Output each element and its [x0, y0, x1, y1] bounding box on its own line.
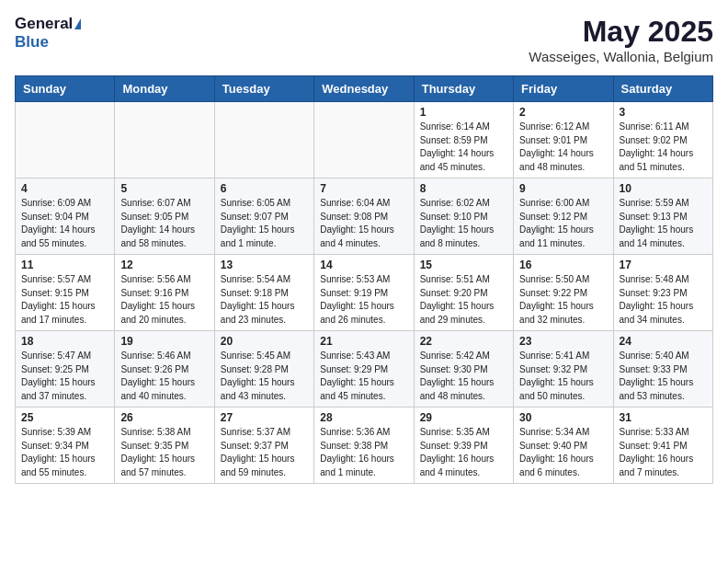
day-info: Sunrise: 5:50 AM Sunset: 9:22 PM Dayligh… [519, 273, 607, 327]
calendar-cell [16, 102, 115, 178]
calendar-cell: 9Sunrise: 6:00 AM Sunset: 9:12 PM Daylig… [514, 178, 613, 255]
day-info: Sunrise: 5:51 AM Sunset: 9:20 PM Dayligh… [420, 273, 507, 327]
calendar-cell [314, 102, 414, 178]
calendar-cell: 16Sunrise: 5:50 AM Sunset: 9:22 PM Dayli… [514, 255, 613, 331]
logo-triangle-icon [74, 18, 81, 29]
day-number: 19 [120, 335, 208, 348]
day-header-tuesday: Tuesday [214, 76, 313, 102]
calendar-week-row: 18Sunrise: 5:47 AM Sunset: 9:25 PM Dayli… [16, 331, 713, 408]
day-info: Sunrise: 6:04 AM Sunset: 9:08 PM Dayligh… [320, 197, 407, 250]
calendar-week-row: 11Sunrise: 5:57 AM Sunset: 9:15 PM Dayli… [16, 255, 713, 331]
day-number: 20 [221, 335, 308, 348]
day-number: 29 [420, 411, 507, 424]
day-info: Sunrise: 6:05 AM Sunset: 9:07 PM Dayligh… [221, 197, 308, 250]
calendar-cell: 11Sunrise: 5:57 AM Sunset: 9:15 PM Dayli… [16, 255, 115, 331]
day-info: Sunrise: 6:07 AM Sunset: 9:05 PM Dayligh… [120, 197, 208, 250]
day-number: 18 [21, 335, 108, 348]
day-info: Sunrise: 5:45 AM Sunset: 9:28 PM Dayligh… [221, 350, 308, 403]
day-number: 16 [519, 259, 607, 271]
day-number: 11 [21, 259, 108, 271]
day-header-wednesday: Wednesday [314, 76, 414, 102]
calendar-cell: 3Sunrise: 6:11 AM Sunset: 9:02 PM Daylig… [613, 102, 712, 178]
day-info: Sunrise: 5:41 AM Sunset: 9:32 PM Dayligh… [519, 350, 607, 403]
day-info: Sunrise: 5:59 AM Sunset: 9:13 PM Dayligh… [620, 197, 707, 250]
calendar-cell: 18Sunrise: 5:47 AM Sunset: 9:25 PM Dayli… [16, 331, 115, 408]
calendar-cell: 17Sunrise: 5:48 AM Sunset: 9:23 PM Dayli… [613, 255, 712, 331]
calendar-cell: 21Sunrise: 5:43 AM Sunset: 9:29 PM Dayli… [314, 331, 414, 408]
calendar-cell: 27Sunrise: 5:37 AM Sunset: 9:37 PM Dayli… [214, 408, 313, 484]
day-info: Sunrise: 5:40 AM Sunset: 9:33 PM Dayligh… [620, 350, 707, 403]
calendar-cell: 25Sunrise: 5:39 AM Sunset: 9:34 PM Dayli… [16, 408, 115, 484]
day-header-monday: Monday [115, 76, 214, 102]
calendar-week-row: 4Sunrise: 6:09 AM Sunset: 9:04 PM Daylig… [16, 178, 713, 255]
day-info: Sunrise: 5:38 AM Sunset: 9:35 PM Dayligh… [120, 426, 208, 479]
day-info: Sunrise: 5:34 AM Sunset: 9:40 PM Dayligh… [519, 426, 607, 479]
calendar-cell: 31Sunrise: 5:33 AM Sunset: 9:41 PM Dayli… [613, 408, 712, 484]
day-info: Sunrise: 5:47 AM Sunset: 9:25 PM Dayligh… [21, 350, 108, 403]
day-number: 12 [120, 259, 208, 271]
calendar-cell: 23Sunrise: 5:41 AM Sunset: 9:32 PM Dayli… [514, 331, 613, 408]
day-info: Sunrise: 6:14 AM Sunset: 8:59 PM Dayligh… [420, 121, 507, 174]
calendar-cell: 2Sunrise: 6:12 AM Sunset: 9:01 PM Daylig… [514, 102, 613, 178]
day-header-friday: Friday [514, 76, 613, 102]
day-info: Sunrise: 5:54 AM Sunset: 9:18 PM Dayligh… [221, 273, 308, 327]
title-section: May 2025 Wasseiges, Wallonia, Belgium [529, 15, 713, 64]
day-number: 1 [420, 106, 507, 119]
day-info: Sunrise: 5:36 AM Sunset: 9:38 PM Dayligh… [320, 426, 407, 479]
calendar-cell: 15Sunrise: 5:51 AM Sunset: 9:20 PM Dayli… [414, 255, 513, 331]
calendar-table: SundayMondayTuesdayWednesdayThursdayFrid… [15, 75, 713, 484]
day-header-thursday: Thursday [414, 76, 513, 102]
day-number: 4 [21, 182, 108, 195]
calendar-cell: 13Sunrise: 5:54 AM Sunset: 9:18 PM Dayli… [214, 255, 313, 331]
day-number: 30 [519, 411, 607, 424]
day-number: 10 [620, 182, 707, 195]
day-number: 31 [620, 411, 707, 424]
day-number: 6 [221, 182, 308, 195]
calendar-cell: 1Sunrise: 6:14 AM Sunset: 8:59 PM Daylig… [414, 102, 513, 178]
day-number: 17 [620, 259, 707, 271]
day-number: 26 [120, 411, 208, 424]
calendar-header-row: SundayMondayTuesdayWednesdayThursdayFrid… [16, 76, 713, 102]
calendar-cell: 19Sunrise: 5:46 AM Sunset: 9:26 PM Dayli… [115, 331, 214, 408]
day-number: 21 [320, 335, 407, 348]
day-info: Sunrise: 5:39 AM Sunset: 9:34 PM Dayligh… [21, 426, 108, 479]
day-number: 9 [519, 182, 607, 195]
calendar-cell: 5Sunrise: 6:07 AM Sunset: 9:05 PM Daylig… [115, 178, 214, 255]
day-number: 14 [320, 259, 407, 271]
calendar-cell [214, 102, 313, 178]
calendar-cell: 24Sunrise: 5:40 AM Sunset: 9:33 PM Dayli… [613, 331, 712, 408]
day-number: 24 [620, 335, 707, 348]
day-number: 5 [120, 182, 208, 195]
calendar-cell: 26Sunrise: 5:38 AM Sunset: 9:35 PM Dayli… [115, 408, 214, 484]
location-subtitle: Wasseiges, Wallonia, Belgium [529, 49, 713, 64]
calendar-cell: 28Sunrise: 5:36 AM Sunset: 9:38 PM Dayli… [314, 408, 414, 484]
calendar-cell: 14Sunrise: 5:53 AM Sunset: 9:19 PM Dayli… [314, 255, 414, 331]
logo: General Blue [15, 15, 81, 52]
day-number: 28 [320, 411, 407, 424]
calendar-cell: 20Sunrise: 5:45 AM Sunset: 9:28 PM Dayli… [214, 331, 313, 408]
day-number: 8 [420, 182, 507, 195]
calendar-week-row: 1Sunrise: 6:14 AM Sunset: 8:59 PM Daylig… [16, 102, 713, 178]
calendar-cell: 30Sunrise: 5:34 AM Sunset: 9:40 PM Dayli… [514, 408, 613, 484]
calendar-cell: 29Sunrise: 5:35 AM Sunset: 9:39 PM Dayli… [414, 408, 513, 484]
calendar-cell: 10Sunrise: 5:59 AM Sunset: 9:13 PM Dayli… [613, 178, 712, 255]
day-info: Sunrise: 6:00 AM Sunset: 9:12 PM Dayligh… [519, 197, 607, 250]
day-number: 15 [420, 259, 507, 271]
day-info: Sunrise: 6:11 AM Sunset: 9:02 PM Dayligh… [620, 121, 707, 174]
day-info: Sunrise: 5:57 AM Sunset: 9:15 PM Dayligh… [21, 273, 108, 327]
day-info: Sunrise: 5:37 AM Sunset: 9:37 PM Dayligh… [221, 426, 308, 479]
calendar-cell: 22Sunrise: 5:42 AM Sunset: 9:30 PM Dayli… [414, 331, 513, 408]
calendar-cell: 12Sunrise: 5:56 AM Sunset: 9:16 PM Dayli… [115, 255, 214, 331]
calendar-cell [115, 102, 214, 178]
logo-blue: Blue [15, 33, 49, 52]
calendar-cell: 8Sunrise: 6:02 AM Sunset: 9:10 PM Daylig… [414, 178, 513, 255]
day-number: 25 [21, 411, 108, 424]
day-number: 7 [320, 182, 407, 195]
day-info: Sunrise: 5:43 AM Sunset: 9:29 PM Dayligh… [320, 350, 407, 403]
day-number: 22 [420, 335, 507, 348]
logo-general: General [15, 15, 73, 33]
day-header-saturday: Saturday [613, 76, 712, 102]
day-number: 27 [221, 411, 308, 424]
day-number: 2 [519, 106, 607, 119]
day-number: 3 [620, 106, 707, 119]
